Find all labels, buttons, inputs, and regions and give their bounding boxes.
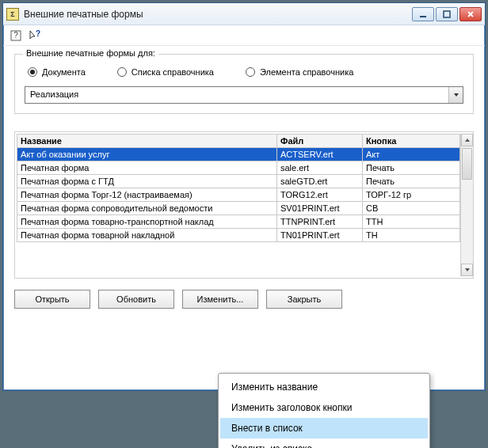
svg-text:?: ? [36, 29, 40, 38]
scrollbar[interactable] [460, 134, 473, 276]
radio-element[interactable]: Элемента справочника [246, 67, 353, 77]
table-row[interactable]: Печатная форма Торг-12 (настраиваемая)TO… [17, 188, 460, 202]
cell-button: ТН [363, 229, 460, 242]
context-menu-item[interactable]: Внести в список [220, 418, 428, 439]
context-menu-item[interactable]: Изменить название [220, 377, 428, 397]
cursor-help-icon: ? [29, 29, 41, 42]
cell-button: СВ [363, 202, 460, 215]
radio-icon [117, 67, 127, 77]
cell-name: Печатная форма с ГТД [17, 175, 277, 188]
svg-rect-1 [444, 11, 450, 17]
cell-name: Печатная форма [17, 161, 277, 175]
svg-rect-0 [420, 16, 426, 17]
type-combo[interactable]: Реализация [25, 86, 463, 104]
table-row[interactable]: Печатная форма товарно-транспортной накл… [17, 215, 460, 229]
radio-list[interactable]: Списка справочника [117, 67, 214, 77]
filter-group: Внешние печатные формы для: Документа Сп… [14, 54, 474, 114]
table-header-row: Название Файл Кнопка [17, 135, 460, 148]
cell-name: Печатная форма сопроводительной ведомост… [17, 202, 277, 215]
button-row: Открыть Обновить Изменить... Закрыть [14, 290, 474, 309]
radio-label: Элемента справочника [260, 67, 353, 77]
scroll-thumb[interactable] [462, 148, 472, 180]
cell-button: Печать [363, 175, 460, 188]
app-icon: Σ [6, 8, 19, 21]
group-legend: Внешние печатные формы для: [23, 48, 158, 58]
cell-name: Акт об оказании услуг [17, 148, 277, 161]
refresh-button[interactable]: Обновить [98, 290, 174, 309]
scroll-down-button[interactable] [461, 264, 473, 276]
cell-file: TN01PRINT.ert [277, 229, 363, 242]
table-panel: Название Файл Кнопка Акт об оказании усл… [14, 131, 474, 279]
chevron-up-icon [464, 137, 471, 143]
table-row[interactable]: Печатная форма товарной накладнойTN01PRI… [17, 229, 460, 242]
cell-button: ТОРГ-12 гр [363, 188, 460, 202]
window-title: Внешние печатные формы [24, 9, 412, 20]
open-button[interactable]: Открыть [14, 290, 90, 309]
context-menu-item[interactable]: Изменить заголовок кнопки [220, 397, 428, 418]
context-menu-item[interactable]: Удалить из списка [220, 439, 428, 448]
maximize-icon [443, 10, 451, 18]
th-button[interactable]: Кнопка [363, 135, 460, 148]
cell-file: TORG12.ert [277, 188, 363, 202]
cell-file: TTNPRINT.ert [277, 215, 363, 229]
window: Σ Внешние печатные формы ? ? Внешни [2, 2, 486, 391]
minimize-icon [419, 10, 427, 18]
help-icon: ? [10, 30, 21, 41]
cell-file: sale.ert [277, 161, 363, 175]
forms-table[interactable]: Название Файл Кнопка Акт об оказании усл… [17, 134, 460, 242]
scroll-up-button[interactable] [461, 134, 473, 146]
whatsthis-button[interactable]: ? [29, 29, 41, 42]
context-menu: Изменить названиеИзменить заголовок кноп… [218, 373, 430, 448]
combo-value: Реализация [25, 87, 448, 103]
radio-row: Документа Списка справочника Элемента сп… [28, 67, 463, 77]
cell-file: SV01PRINT.ert [277, 202, 363, 215]
radio-icon [28, 67, 37, 77]
combo-drop-button[interactable] [448, 87, 463, 103]
maximize-button[interactable] [436, 7, 458, 21]
table-row[interactable]: Печатная формаsale.ertПечать [17, 161, 460, 175]
table-row[interactable]: Акт об оказании услугACTSERV.ertАкт [17, 148, 460, 161]
svg-text:?: ? [13, 31, 18, 40]
radio-document[interactable]: Документа [28, 67, 86, 77]
radio-label: Документа [42, 67, 86, 77]
table-row[interactable]: Печатная форма сопроводительной ведомост… [17, 202, 460, 215]
cell-button: Печать [363, 161, 460, 175]
cell-file: ACTSERV.ert [277, 148, 363, 161]
toolbar: ? ? [3, 25, 485, 46]
minimize-button[interactable] [412, 7, 434, 21]
cell-name: Печатная форма товарно-транспортной накл… [17, 215, 277, 229]
titlebar: Σ Внешние печатные формы [3, 3, 485, 25]
cell-button: ТТН [363, 215, 460, 229]
cell-button: Акт [363, 148, 460, 161]
chevron-down-icon [464, 267, 471, 273]
cell-name: Печатная форма товарной накладной [17, 229, 277, 242]
radio-icon [246, 67, 255, 77]
close-form-button[interactable]: Закрыть [266, 290, 342, 309]
close-button[interactable] [459, 7, 482, 21]
th-file[interactable]: Файл [277, 135, 363, 148]
th-name[interactable]: Название [17, 135, 277, 148]
chevron-down-icon [453, 92, 459, 98]
close-icon [467, 10, 475, 18]
change-button[interactable]: Изменить... [182, 290, 258, 309]
help-button[interactable]: ? [10, 29, 22, 42]
radio-label: Списка справочника [132, 67, 214, 77]
cell-file: saleGTD.ert [277, 175, 363, 188]
table-row[interactable]: Печатная форма с ГТДsaleGTD.ertПечать [17, 175, 460, 188]
cell-name: Печатная форма Торг-12 (настраиваемая) [17, 188, 277, 202]
client-area: Внешние печатные формы для: Документа Сп… [3, 46, 485, 320]
